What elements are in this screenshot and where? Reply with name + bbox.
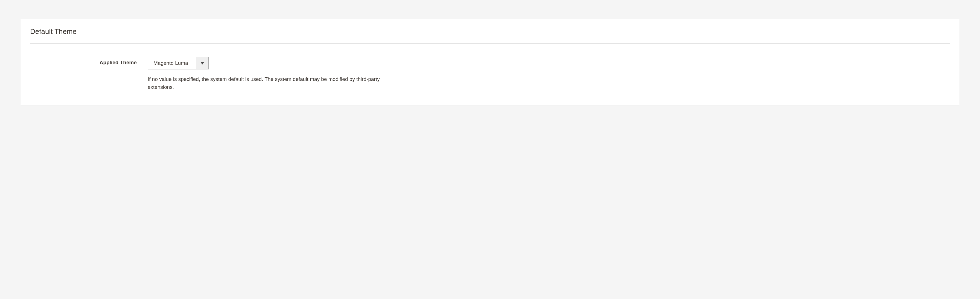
applied-theme-row: Applied Theme Magento Luma If no value i… bbox=[30, 57, 950, 91]
section-title: Default Theme bbox=[30, 27, 950, 44]
control-column: Magento Luma If no value is specified, t… bbox=[148, 57, 950, 91]
applied-theme-select[interactable]: Magento Luma bbox=[148, 57, 208, 69]
chevron-down-icon bbox=[201, 60, 204, 65]
applied-theme-value: Magento Luma bbox=[148, 57, 196, 69]
default-theme-panel: Default Theme Applied Theme Magento Luma… bbox=[21, 19, 959, 105]
svg-marker-0 bbox=[201, 62, 204, 65]
applied-theme-label: Applied Theme bbox=[100, 60, 137, 65]
applied-theme-dropdown-button[interactable] bbox=[196, 57, 208, 69]
label-column: Applied Theme bbox=[30, 57, 148, 65]
applied-theme-help-text: If no value is specified, the system def… bbox=[148, 75, 388, 91]
